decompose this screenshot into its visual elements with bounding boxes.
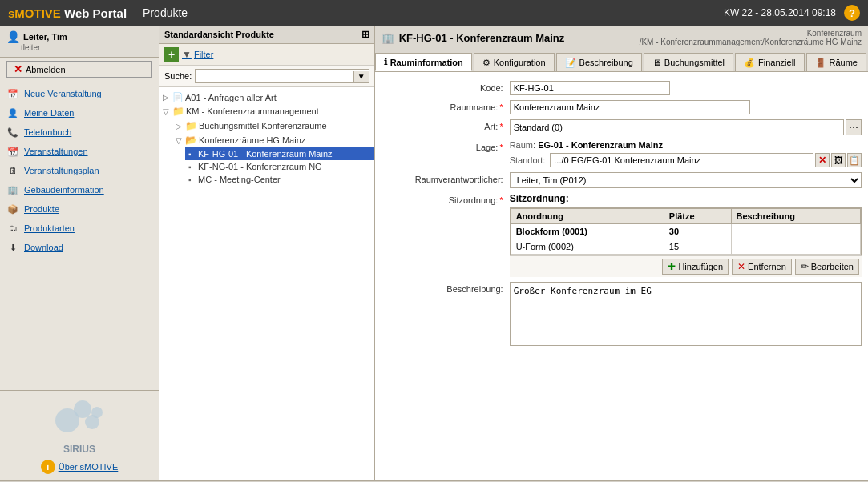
filter-button[interactable]: ▼ Filter xyxy=(182,49,213,60)
header: sMOTIVE Web Portal Produkte KW 22 - 28.0… xyxy=(0,0,868,26)
tree-item-label-km: KM - Konferenzraummanagement xyxy=(186,106,319,116)
sitzordnung-actions: ✚ Hinzufügen ✕ Entfernen ✏ Bearbeiten xyxy=(510,255,862,277)
sidebar-item-meine-daten[interactable]: 👤 Meine Daten xyxy=(0,103,159,123)
tabs-bar: ℹ Rauminformation ⚙ Konfiguration 📝 Besc… xyxy=(375,50,868,72)
help-button[interactable]: ? xyxy=(844,5,860,21)
tree-item-konferenzraume-hg[interactable]: ▽ 📂 Konferenzräume HG Mainz xyxy=(172,133,374,147)
lage-standort: Standort: ✕ 🖼 📋 xyxy=(510,153,862,167)
tree-item-kf-ng-01[interactable]: ▪ KF-NG-01 - Konferenzraum NG xyxy=(185,160,374,173)
uber-smotive-link[interactable]: i Über sMOTIVE xyxy=(41,460,119,474)
nav-label-veranstaltungsplan: Veranstaltungsplan xyxy=(24,166,99,175)
sidebar-item-produkte[interactable]: 📦 Produkte xyxy=(0,199,159,219)
content-title: 🏢 KF-HG-01 - Konferenzraum Mainz xyxy=(382,32,565,44)
item-icon: ▪ xyxy=(188,163,196,171)
sidebar-item-download[interactable]: ⬇ Download xyxy=(0,238,159,257)
brand: sMOTIVE Web Portal xyxy=(8,6,127,20)
main-layout: 👤 Leiter, Tim tleiter ✕ Abmelden 📅 Neue … xyxy=(0,26,868,480)
sidebar-login: tleiter xyxy=(6,43,152,52)
nav-label-neue-veranstaltung: Neue Veranstaltung xyxy=(24,89,102,98)
expand-icon: ▷ xyxy=(176,122,184,131)
funnel-icon: ▼ xyxy=(182,49,192,60)
search-input[interactable] xyxy=(196,70,353,82)
lage-value: Raum: EG-01 - Konferenzraum Mainz Stando… xyxy=(510,140,862,167)
abmelden-button[interactable]: ✕ Abmelden xyxy=(6,61,152,78)
tree-item-a01[interactable]: ▷ 📄 A01 - Anfragen aller Art xyxy=(159,90,374,104)
form-area: Kode: Raumname:* Art:* ⋯ xyxy=(375,72,868,480)
expand-icon: ▽ xyxy=(163,107,171,116)
lage-standort-input[interactable] xyxy=(550,153,813,167)
beschreibung-value: Großer Konferenzraum im EG xyxy=(510,282,862,347)
lage-label: Lage:* xyxy=(382,140,510,152)
beschreibung-textarea[interactable]: Großer Konferenzraum im EG xyxy=(510,282,862,346)
sidebar-item-veranstaltungen[interactable]: 📆 Veranstaltungen xyxy=(0,142,159,161)
kode-input[interactable] xyxy=(510,81,670,95)
table-row[interactable]: Blockform (0001) 30 xyxy=(511,224,860,239)
content-panel: 🏢 KF-HG-01 - Konferenzraum Mainz Konfere… xyxy=(375,26,868,480)
sidebar-item-neue-veranstaltung[interactable]: 📅 Neue Veranstaltung xyxy=(0,84,159,103)
add-button[interactable]: + xyxy=(164,47,179,62)
required-star: * xyxy=(499,143,503,152)
sidebar-username: Leiter, Tim xyxy=(23,32,67,42)
folder-open-icon: 📂 xyxy=(185,135,197,146)
tree-item-label-kf-hg-01: KF-HG-01 - Konferenzraum Mainz xyxy=(198,149,333,159)
nav-label-produktarten: Produktarten xyxy=(24,223,75,233)
doc-icon: 📄 xyxy=(172,92,184,102)
tab-finanziell-label: Finanziell xyxy=(758,58,795,67)
tab-rauminformation-label: Rauminformation xyxy=(390,58,463,67)
sitz-col-beschreibung: Beschreibung xyxy=(731,209,860,224)
tab-konfiguration-icon: ⚙ xyxy=(482,58,491,68)
lage-delete-button[interactable]: ✕ xyxy=(815,153,830,167)
tab-rauminformation[interactable]: ℹ Rauminformation xyxy=(375,53,472,71)
tab-buchungsmittel[interactable]: 🖥 Buchungsmittel xyxy=(644,53,733,71)
products-icon: 📦 xyxy=(6,203,19,215)
datetime: KW 22 - 28.05.2014 09:18 xyxy=(724,7,836,18)
grid-icon[interactable]: ⊞ xyxy=(361,29,369,40)
tab-raume[interactable]: 🚪 Räume xyxy=(806,53,866,71)
tree-item-buchungsmittel[interactable]: ▷ 📁 Buchungsmittel Konferenzräume xyxy=(172,118,374,133)
tree-item-km[interactable]: ▽ 📁 KM - Konferenzraummanagement xyxy=(159,104,374,118)
expand-icon: ▷ xyxy=(163,93,171,102)
tree-item-mc[interactable]: ▪ MC - Meeting-Center xyxy=(185,173,374,186)
tab-finanziell[interactable]: 💰 Finanziell xyxy=(735,53,804,71)
lage-raum-value: EG-01 - Konferenzraum Mainz xyxy=(538,140,663,150)
tree-item-kf-hg-01[interactable]: ▪ KF-HG-01 - Konferenzraum Mainz xyxy=(185,147,374,160)
abmelden-label: Abmelden xyxy=(26,65,66,74)
tree-item-label-konferenzraume-hg: Konferenzräume HG Mainz xyxy=(199,135,305,145)
sidebar-item-produktarten[interactable]: 🗂 Produktarten xyxy=(0,219,159,238)
bearbeiten-button[interactable]: ✏ Bearbeiten xyxy=(795,259,859,275)
sirius-text: SIRIUS xyxy=(63,444,95,455)
tab-beschreibung-label: Beschreibung xyxy=(579,58,633,67)
sidebar-item-telefonbuch[interactable]: 📞 Telefonbuch xyxy=(0,123,159,142)
tree-item-label-a01: A01 - Anfragen aller Art xyxy=(185,93,277,102)
hinzufugen-button[interactable]: ✚ Hinzufügen xyxy=(662,259,729,275)
lage-copy-button[interactable]: 📋 xyxy=(847,153,862,167)
sidebar-item-veranstaltungsplan[interactable]: 🗓 Veranstaltungsplan xyxy=(0,161,159,180)
lage-standort-label: Standort: xyxy=(510,155,546,165)
required-star: * xyxy=(499,102,503,112)
tree-title-bar: Standardansicht Produkte ⊞ xyxy=(159,26,374,44)
entfernen-button[interactable]: ✕ Entfernen xyxy=(732,259,792,275)
tab-konfiguration[interactable]: ⚙ Konfiguration xyxy=(474,53,555,71)
table-row[interactable]: U-Form (0002) 15 xyxy=(511,239,860,255)
raumverantwortlicher-label: Raumverantwortlicher: xyxy=(382,172,510,184)
lage-room-label: Raum: EG-01 - Konferenzraum Mainz xyxy=(510,140,862,150)
form-row-kode: Kode: xyxy=(382,78,862,98)
art-input[interactable] xyxy=(510,119,844,135)
raumname-input[interactable] xyxy=(510,100,750,114)
plus-icon: ✚ xyxy=(668,261,676,272)
raumverantwortlicher-value: Leiter, Tim (P012) xyxy=(510,172,862,188)
tree-content: ▷ 📄 A01 - Anfragen aller Art ▽ 📁 KM - Ko… xyxy=(159,87,374,480)
nav-label-veranstaltungen: Veranstaltungen xyxy=(24,147,88,156)
raumverantwortlicher-select[interactable]: Leiter, Tim (P012) xyxy=(510,172,862,188)
search-dropdown-icon[interactable]: ▼ xyxy=(353,71,369,82)
tab-beschreibung[interactable]: 📝 Beschreibung xyxy=(556,53,642,71)
lage-browse-button[interactable]: 🖼 xyxy=(831,153,846,167)
art-browse-button[interactable]: ⋯ xyxy=(846,119,862,135)
sidebar-item-gebaude[interactable]: 🏢 Gebäudeinformation xyxy=(0,180,159,199)
brand-smotive: sMOTIVE xyxy=(8,6,61,20)
tree-item-label-kf-ng-01: KF-NG-01 - Konferenzraum NG xyxy=(198,162,322,171)
form-row-beschreibung: Beschreibung: Großer Konferenzraum im EG xyxy=(382,279,862,350)
breadcrumb-path: /KM - Konferenzraummanagement/Konferenzr… xyxy=(640,38,862,46)
form-row-raumverantwortlicher: Raumverantwortlicher: Leiter, Tim (P012) xyxy=(382,170,862,191)
sitz-anordnung-uform: U-Form (0002) xyxy=(511,239,664,255)
